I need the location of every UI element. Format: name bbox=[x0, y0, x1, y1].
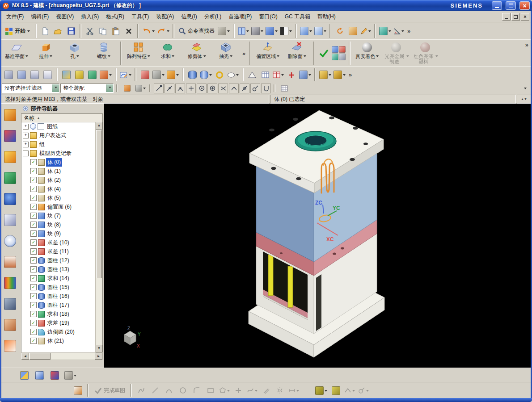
more-tool-2[interactable] bbox=[357, 385, 370, 396]
shaded-view-button[interactable] bbox=[265, 25, 279, 37]
tree-item-feature[interactable]: ✓圆柱 (13) bbox=[21, 265, 96, 274]
tree-item-feature[interactable]: ✓圆柱 (12) bbox=[21, 256, 96, 265]
torus-tool-button[interactable] bbox=[213, 69, 226, 81]
window-close-button[interactable] bbox=[48, 369, 61, 381]
checkbox-checked-icon[interactable]: ✓ bbox=[30, 275, 37, 281]
scroll-down-button[interactable]: ▼ bbox=[96, 345, 102, 352]
offset-curve-tool[interactable] bbox=[260, 385, 272, 396]
combo-arrow-icon[interactable] bbox=[52, 84, 59, 92]
pencil-button[interactable] bbox=[359, 25, 372, 37]
fillet-tool[interactable] bbox=[190, 385, 203, 396]
menu-view[interactable]: 视图(V) bbox=[52, 12, 77, 22]
background-button[interactable] bbox=[279, 25, 293, 37]
checkbox-checked-icon[interactable]: ✓ bbox=[30, 230, 37, 237]
snap-quadrant-toggle[interactable] bbox=[207, 84, 217, 93]
command-finder-button[interactable]: 命令查找器 bbox=[177, 26, 216, 36]
snap-enable-button[interactable] bbox=[134, 83, 147, 94]
expand-icon[interactable]: + bbox=[23, 124, 29, 130]
snap-midpoint-toggle[interactable] bbox=[165, 84, 174, 93]
cascade-windows-button[interactable] bbox=[299, 25, 313, 37]
fit-view-button[interactable] bbox=[346, 25, 359, 37]
new-window-button[interactable] bbox=[313, 25, 327, 37]
tree-item-feature[interactable]: ✓体 (2) bbox=[21, 176, 96, 184]
scroll-thumb[interactable] bbox=[96, 130, 102, 278]
transform-button[interactable] bbox=[86, 69, 98, 81]
checkbox-checked-icon[interactable]: ✓ bbox=[30, 213, 37, 219]
constraint-navigator-icon[interactable] bbox=[4, 130, 16, 142]
checkbox-checked-icon[interactable]: ✓ bbox=[30, 257, 37, 264]
checkbox-checked-icon[interactable]: ✓ bbox=[30, 204, 37, 210]
spline-tool[interactable] bbox=[246, 385, 258, 396]
mdi-restore-button[interactable] bbox=[511, 13, 520, 21]
wcs-button[interactable] bbox=[99, 69, 113, 81]
tree-item-feature[interactable]: ✓求差 (10) bbox=[21, 238, 96, 247]
checkbox-checked-icon[interactable]: ✓ bbox=[30, 159, 37, 165]
menu-information[interactable]: 信息(I) bbox=[177, 12, 200, 22]
profile-tool[interactable] bbox=[135, 385, 148, 396]
checkbox-checked-icon[interactable]: ✓ bbox=[30, 168, 37, 174]
delete-button[interactable] bbox=[122, 25, 135, 37]
trim-tool-button[interactable] bbox=[73, 69, 85, 81]
window-arrow-button[interactable] bbox=[33, 369, 46, 381]
collapse-icon[interactable]: - bbox=[23, 151, 29, 156]
selection-filter-combo[interactable]: 没有选择过滤器 bbox=[2, 84, 59, 93]
sketch-button[interactable] bbox=[119, 69, 132, 81]
mdi-minimize-button[interactable] bbox=[502, 13, 511, 21]
open-file-button[interactable] bbox=[52, 25, 64, 37]
tree-item-feature[interactable]: ✓体 (4) bbox=[21, 184, 96, 193]
constraint-2-button[interactable] bbox=[329, 385, 342, 396]
options-button[interactable] bbox=[63, 369, 77, 381]
finish-sketch-button[interactable]: 完成草图 bbox=[92, 385, 127, 395]
highlight-toggle-button[interactable] bbox=[121, 83, 133, 94]
mdi-close-button[interactable]: × bbox=[521, 13, 529, 21]
gold-tool-1-button[interactable] bbox=[318, 69, 332, 81]
menu-insert[interactable]: 插入(S) bbox=[77, 12, 102, 22]
list-table-icon[interactable] bbox=[332, 46, 338, 53]
report-icon[interactable] bbox=[339, 54, 346, 60]
tree-item-feature[interactable]: ✓体 (0) bbox=[21, 158, 96, 167]
face-pair-button[interactable] bbox=[298, 69, 312, 81]
line-tool[interactable] bbox=[149, 385, 161, 396]
layer-settings-button[interactable] bbox=[28, 69, 41, 81]
mirror-curve-tool[interactable] bbox=[274, 385, 286, 396]
checkbox-checked-icon[interactable]: ✓ bbox=[30, 266, 37, 272]
add-annotation-button[interactable] bbox=[285, 69, 298, 81]
block-tool-button[interactable] bbox=[152, 69, 165, 81]
menu-analysis[interactable]: 分析(L) bbox=[201, 12, 225, 22]
selection-scope-combo[interactable]: 整个装配 bbox=[60, 84, 114, 93]
pattern-feature-button[interactable]: 阵列特征 bbox=[124, 40, 153, 66]
menu-tools[interactable]: 工具(T) bbox=[128, 12, 152, 22]
view-in-layer-button[interactable] bbox=[41, 69, 54, 81]
datum-csys-button[interactable] bbox=[2, 69, 15, 81]
snap-grid-button[interactable] bbox=[278, 83, 291, 94]
feature-toolbar-overflow[interactable]: » bbox=[242, 50, 245, 57]
table-button[interactable] bbox=[259, 69, 271, 81]
tree-item-drawing[interactable]: +图纸 bbox=[21, 122, 96, 131]
checkbox-checked-icon[interactable]: ✓ bbox=[30, 248, 37, 255]
start-button[interactable]: 开始 bbox=[2, 26, 33, 36]
roles-icon[interactable] bbox=[4, 298, 16, 310]
snap-point-on-curve-toggle[interactable] bbox=[240, 84, 249, 93]
combo-arrow-icon[interactable] bbox=[106, 84, 113, 92]
selection-bar-overflow[interactable] bbox=[524, 88, 527, 91]
sort-ascending-icon[interactable]: ▲ bbox=[37, 116, 40, 120]
menu-format[interactable]: 格式(R) bbox=[102, 12, 128, 22]
polygon-tool[interactable] bbox=[218, 385, 231, 396]
tree-item-feature[interactable]: ✓求和 (14) bbox=[21, 274, 96, 283]
locating-ring[interactable] bbox=[295, 131, 336, 151]
offset-region-button[interactable]: 偏置区域 bbox=[253, 40, 282, 66]
paste-button[interactable] bbox=[110, 25, 122, 37]
hole-button[interactable]: 孔 bbox=[60, 40, 89, 66]
tree-item-feature[interactable]: ✓圆柱 (15) bbox=[21, 283, 96, 292]
assembly-navigator-icon[interactable] bbox=[4, 109, 16, 121]
toolbar-overflow[interactable]: » bbox=[407, 28, 410, 34]
tube-tool-button[interactable] bbox=[199, 69, 213, 81]
tree-item-feature[interactable]: ✓偏置面 (6) bbox=[21, 202, 96, 211]
refresh-button[interactable] bbox=[334, 25, 346, 37]
secondary-toolbar-overflow[interactable]: » bbox=[349, 71, 352, 78]
rectangle-tool[interactable] bbox=[204, 385, 217, 396]
scroll-right-button[interactable]: ► bbox=[95, 353, 102, 360]
expand-icon[interactable]: + bbox=[23, 142, 29, 147]
checkbox-checked-icon[interactable]: ✓ bbox=[30, 329, 37, 335]
title-bar[interactable]: NX 8.5 - 建模 - [zhuangpeitu_UG7.5.prt （修改… bbox=[0, 0, 532, 11]
